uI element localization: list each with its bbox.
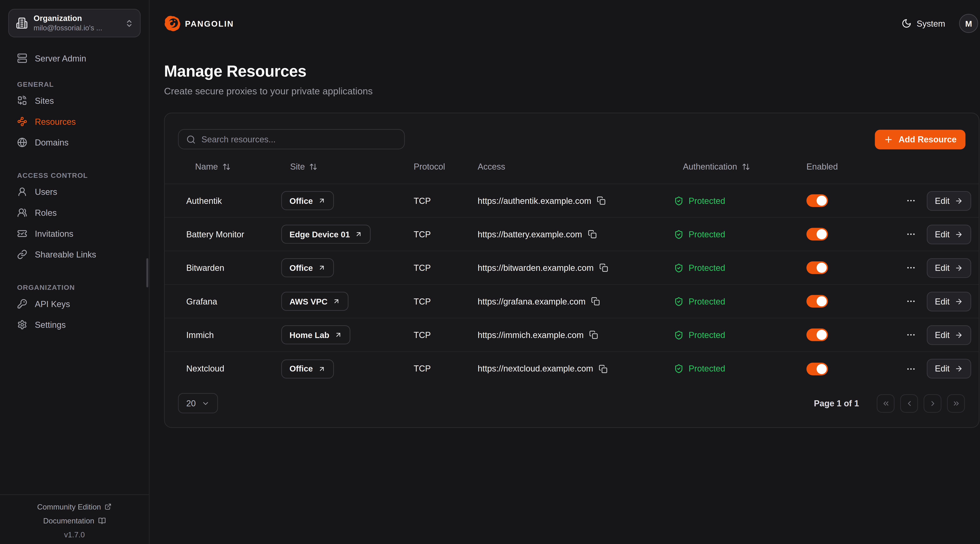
sidebar-item-api-keys[interactable]: API Keys bbox=[8, 297, 141, 311]
site-name: AWS VPC bbox=[290, 297, 328, 306]
enabled-toggle[interactable] bbox=[807, 362, 828, 375]
resource-protocol: TCP bbox=[414, 364, 478, 373]
table-row: Battery Monitor Edge Device 01 TCP https… bbox=[165, 218, 978, 251]
copy-url-button[interactable] bbox=[589, 330, 598, 339]
edit-button[interactable]: Edit bbox=[927, 191, 971, 210]
edit-button[interactable]: Edit bbox=[927, 291, 971, 311]
column-header-protocol: Protocol bbox=[414, 162, 478, 171]
site-link-button[interactable]: Office bbox=[281, 191, 334, 210]
table-row: Authentik Office TCP https://authentik.e… bbox=[165, 184, 978, 218]
enabled-toggle[interactable] bbox=[807, 228, 828, 241]
resource-url: https://grafana.example.com bbox=[478, 297, 585, 306]
arrow-right-icon bbox=[955, 197, 963, 205]
column-header-enabled: Enabled bbox=[807, 162, 867, 171]
copy-url-button[interactable] bbox=[591, 297, 600, 306]
sidebar-item-invitations[interactable]: Invitations bbox=[8, 227, 141, 241]
ellipsis-icon bbox=[906, 263, 916, 273]
sidebar-scrollbar-thumb[interactable] bbox=[146, 258, 148, 287]
org-selector[interactable]: Organization milo@fossorial.io's ... bbox=[8, 9, 141, 37]
sidebar-item-users[interactable]: Users bbox=[8, 185, 141, 199]
sidebar-item-shareable-links[interactable]: Shareable Links bbox=[8, 247, 141, 262]
sidebar-item-resources[interactable]: Resources bbox=[8, 114, 141, 128]
row-menu-button[interactable] bbox=[905, 194, 917, 207]
next-page-button[interactable] bbox=[924, 394, 941, 412]
row-menu-button[interactable] bbox=[905, 295, 917, 308]
site-link-button[interactable]: AWS VPC bbox=[281, 292, 348, 311]
row-menu-button[interactable] bbox=[905, 328, 917, 341]
sidebar-item-roles[interactable]: Roles bbox=[8, 206, 141, 219]
edit-button[interactable]: Edit bbox=[927, 224, 971, 244]
shield-check-icon bbox=[674, 230, 684, 239]
row-menu-button[interactable] bbox=[905, 228, 917, 241]
topbar: PANGOLIN System M bbox=[150, 0, 980, 33]
theme-toggle[interactable]: System bbox=[901, 18, 945, 29]
shield-check-icon bbox=[674, 364, 684, 373]
org-value: milo@fossorial.io's ... bbox=[33, 24, 119, 32]
enabled-toggle[interactable] bbox=[807, 295, 828, 308]
last-page-button[interactable] bbox=[947, 394, 965, 412]
copy-url-button[interactable] bbox=[599, 364, 608, 373]
sidebar-item-settings[interactable]: Settings bbox=[8, 318, 141, 332]
site-link-button[interactable]: Home Lab bbox=[281, 325, 350, 344]
site-link-button[interactable]: Office bbox=[281, 258, 334, 277]
auth-status: Protected bbox=[689, 196, 725, 205]
arrow-up-right-icon bbox=[318, 197, 326, 205]
community-edition-link[interactable]: Community Edition bbox=[37, 502, 112, 511]
table-body: Authentik Office TCP https://authentik.e… bbox=[165, 184, 978, 385]
documentation-link[interactable]: Documentation bbox=[43, 516, 106, 525]
page-size-select[interactable]: 20 bbox=[178, 393, 218, 413]
book-open-icon bbox=[98, 517, 106, 524]
site-name: Edge Device 01 bbox=[290, 230, 350, 239]
brand-logo[interactable]: PANGOLIN bbox=[164, 15, 234, 32]
shield-check-icon bbox=[674, 330, 684, 339]
site-link-button[interactable]: Office bbox=[281, 359, 334, 378]
copy-icon bbox=[591, 297, 600, 306]
sidebar-item-sites[interactable]: Sites bbox=[8, 94, 141, 108]
copy-url-button[interactable] bbox=[597, 196, 606, 205]
arrow-right-icon bbox=[955, 230, 963, 238]
site-name: Office bbox=[290, 263, 313, 273]
enabled-toggle[interactable] bbox=[807, 328, 828, 341]
chevrons-up-down-icon bbox=[125, 19, 134, 27]
edit-button[interactable]: Edit bbox=[927, 359, 971, 379]
edit-button[interactable]: Edit bbox=[927, 325, 971, 345]
chevrons-right-icon bbox=[952, 399, 960, 407]
sidebar-item-domains[interactable]: Domains bbox=[8, 135, 141, 149]
copy-icon bbox=[597, 196, 606, 205]
table-row: Nextcloud Office TCP https://nextcloud.e… bbox=[165, 352, 978, 385]
resource-url: https://nextcloud.example.com bbox=[478, 364, 593, 373]
site-name: Office bbox=[290, 364, 313, 373]
sidebar: Organization milo@fossorial.io's ... Ser… bbox=[0, 0, 150, 544]
enabled-toggle[interactable] bbox=[807, 194, 828, 207]
arrow-up-right-icon bbox=[332, 297, 340, 305]
resource-protocol: TCP bbox=[414, 297, 478, 306]
add-resource-button[interactable]: Add Resource bbox=[875, 129, 966, 149]
search-input[interactable] bbox=[202, 135, 396, 144]
pagination-bar: 20 Page 1 of 1 bbox=[165, 385, 978, 413]
version-label: v1.7.0 bbox=[64, 530, 85, 539]
avatar[interactable]: M bbox=[959, 14, 978, 33]
row-menu-button[interactable] bbox=[905, 362, 917, 375]
site-name: Office bbox=[290, 196, 313, 205]
edit-button[interactable]: Edit bbox=[927, 258, 971, 278]
column-header-authentication[interactable]: Authentication bbox=[674, 162, 807, 171]
table-row: Immich Home Lab TCP https://immich.examp… bbox=[165, 319, 978, 352]
resource-name: Immich bbox=[186, 330, 281, 339]
first-page-button[interactable] bbox=[877, 394, 894, 412]
sidebar-footer: Community Edition Documentation v1.7.0 bbox=[0, 494, 149, 544]
copy-url-button[interactable] bbox=[588, 230, 597, 238]
column-header-name[interactable]: Name bbox=[186, 162, 281, 171]
building-icon bbox=[16, 17, 28, 29]
sort-icon bbox=[741, 162, 750, 171]
row-menu-button[interactable] bbox=[905, 262, 917, 274]
arrow-up-right-icon bbox=[334, 331, 342, 339]
column-header-access: Access bbox=[478, 162, 674, 171]
sidebar-item-server-admin[interactable]: Server Admin bbox=[8, 51, 141, 65]
prev-page-button[interactable] bbox=[900, 394, 918, 412]
enabled-toggle[interactable] bbox=[807, 262, 828, 274]
arrow-up-right-icon bbox=[318, 365, 326, 373]
site-link-button[interactable]: Edge Device 01 bbox=[281, 225, 371, 244]
copy-url-button[interactable] bbox=[599, 263, 608, 272]
copy-icon bbox=[599, 263, 608, 272]
column-header-site[interactable]: Site bbox=[281, 162, 414, 171]
